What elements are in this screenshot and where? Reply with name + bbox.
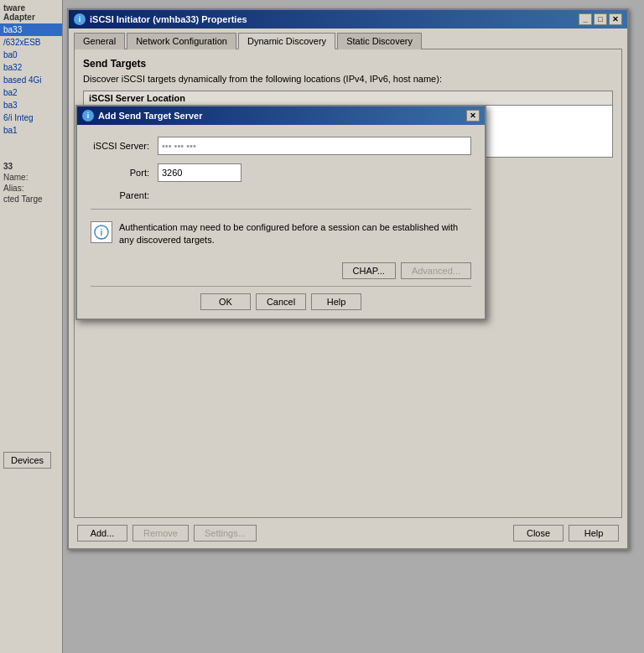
chap-button[interactable]: CHAP... xyxy=(342,262,396,279)
inner-dialog-titlebar: i Add Send Target Server ✕ xyxy=(77,106,485,125)
main-dialog-title: iSCSI Initiator (vmhba33) Properties xyxy=(90,14,247,24)
minimize-button[interactable]: _ xyxy=(579,13,592,25)
sidebar-item-4[interactable]: based 4Gi xyxy=(0,74,62,86)
inner-help-button[interactable]: Help xyxy=(311,293,361,310)
remove-button[interactable]: Remove xyxy=(132,525,189,542)
inner-dialog-body: iSCSI Server: Port: Parent: i Authentica… xyxy=(77,125,485,319)
server-input[interactable] xyxy=(158,137,471,155)
sidebar-item-7[interactable]: 6/i Integ xyxy=(0,111,62,124)
parent-label: Parent: xyxy=(91,190,158,200)
tab-dynamic[interactable]: Dynamic Discovery xyxy=(238,33,335,49)
inner-dialog: i Add Send Target Server ✕ iSCSI Server:… xyxy=(75,105,486,320)
port-input[interactable] xyxy=(158,163,242,182)
maximize-button[interactable]: □ xyxy=(594,13,607,25)
tab-network[interactable]: Network Configuration xyxy=(127,33,236,49)
auth-note-row: i Authentication may need to be configur… xyxy=(91,216,471,252)
chap-advanced-row: CHAP... Advanced... xyxy=(91,262,471,279)
settings-button[interactable]: Settings... xyxy=(194,525,257,542)
tabs-container: General Network Configuration Dynamic Di… xyxy=(69,29,627,49)
close-button[interactable]: ✕ xyxy=(609,13,622,25)
sidebar-item-6[interactable]: ba3 xyxy=(0,99,62,111)
port-label: Port: xyxy=(91,168,158,178)
ok-button[interactable]: OK xyxy=(200,293,251,310)
advanced-button[interactable]: Advanced... xyxy=(401,262,471,279)
main-dialog-title-left: i iSCSI Initiator (vmhba33) Properties xyxy=(74,13,247,25)
detail-name: Name: xyxy=(0,172,62,183)
port-row: Port: xyxy=(91,163,471,182)
inner-dialog-icon: i xyxy=(82,110,94,122)
ok-cancel-row: OK Cancel Help xyxy=(91,286,471,310)
section-title: Send Targets xyxy=(83,58,613,70)
server-row: iSCSI Server: xyxy=(91,137,471,155)
detail-section: 33 xyxy=(0,158,62,172)
auth-note-text: Authentication may need to be configured… xyxy=(119,221,471,247)
sidebar-panel: tware Adapter ba33 /632xESB ba0 ba32 bas… xyxy=(0,0,63,653)
svg-text:i: i xyxy=(101,228,103,237)
tab-general[interactable]: General xyxy=(74,33,125,49)
sidebar-item-1[interactable]: /632xESB xyxy=(0,36,62,49)
sidebar-title: tware Adapter xyxy=(0,0,62,23)
divider xyxy=(91,209,471,210)
detail-target: cted Targe xyxy=(0,194,62,205)
main-dialog-icon: i xyxy=(74,13,86,25)
list-header: iSCSI Server Location xyxy=(84,91,612,106)
add-button[interactable]: Add... xyxy=(77,525,127,542)
main-help-button[interactable]: Help xyxy=(569,525,619,542)
inner-dialog-title: Add Send Target Server xyxy=(98,111,203,121)
close-dialog-button[interactable]: Close xyxy=(513,525,564,542)
server-label: iSCSI Server: xyxy=(91,141,158,151)
devices-button[interactable]: Devices xyxy=(3,452,51,469)
cancel-button[interactable]: Cancel xyxy=(256,293,306,310)
main-dialog-controls: _ □ ✕ xyxy=(579,13,622,25)
sidebar-item-5[interactable]: ba2 xyxy=(0,86,62,99)
info-icon: i xyxy=(91,221,112,243)
inner-dialog-title-left: i Add Send Target Server xyxy=(82,110,203,122)
main-dialog-footer: Add... Remove Settings... Close Help xyxy=(69,518,627,548)
main-dialog-titlebar: i iSCSI Initiator (vmhba33) Properties _… xyxy=(69,10,627,29)
tab-static[interactable]: Static Discovery xyxy=(337,33,422,49)
parent-row: Parent: xyxy=(91,190,471,200)
inner-close-button[interactable]: ✕ xyxy=(466,110,480,122)
detail-alias: Alias: xyxy=(0,183,62,194)
sidebar-item-8[interactable]: ba1 xyxy=(0,124,62,137)
sidebar-item-0[interactable]: ba33 xyxy=(0,23,62,36)
sidebar-item-2[interactable]: ba0 xyxy=(0,49,62,61)
section-desc: Discover iSCSI targets dynamically from … xyxy=(83,74,613,84)
sidebar-item-3[interactable]: ba32 xyxy=(0,61,62,74)
